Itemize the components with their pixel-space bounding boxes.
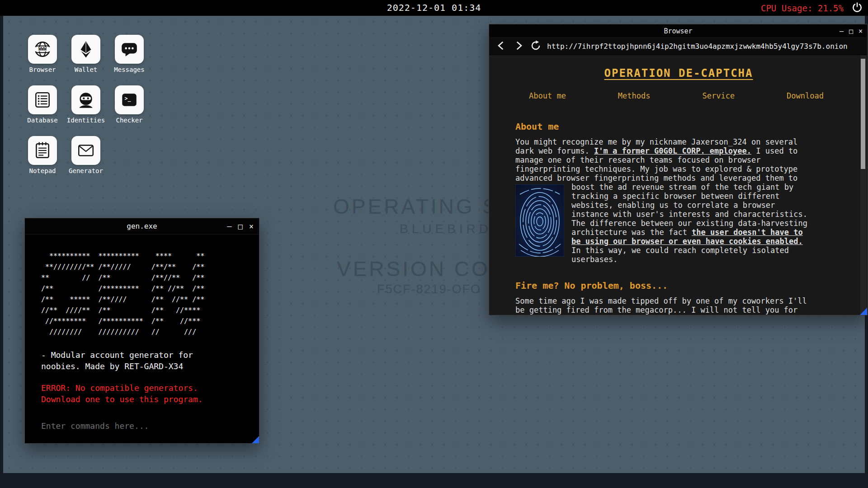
forward-button[interactable] <box>513 41 524 52</box>
window-title: Browser <box>489 24 867 38</box>
terminal-description: - Modular account generator for noobies.… <box>41 349 248 372</box>
desktop-icon-label: Checker <box>116 117 142 124</box>
desktop-icon-notepad[interactable]: Notepad <box>21 136 64 174</box>
about-me-paragraph-intro: You might recognize me by my nickname Ja… <box>515 137 808 183</box>
desktop-icon-messages[interactable]: Messages <box>108 35 151 73</box>
terminal-body: ********** ********** **** ** **////////… <box>25 235 259 443</box>
desktop-icon-generator[interactable]: Generator <box>64 136 108 174</box>
url-bar[interactable]: http://7ihrpf2ttopjhpnn6j4ip2hgitm3uo4ap… <box>547 42 861 51</box>
window-controls: – □ × <box>840 24 863 38</box>
scrollbar-thumb[interactable] <box>861 59 865 169</box>
top-bar: 2022-12-01 01:34 CPU Usage: 21.5% <box>0 0 868 16</box>
nav-link-methods[interactable]: Methods <box>618 91 651 100</box>
fingerprint-image <box>515 184 564 257</box>
globe-www-icon: WWW <box>28 35 57 64</box>
ascii-art-gen-logo: ********** ********** **** ** **////////… <box>41 251 248 338</box>
resize-handle[interactable] <box>860 308 867 315</box>
page-content: OPERATION DE-CAPTCHA About me Methods Se… <box>489 55 867 315</box>
window-title: gen.exe <box>25 218 259 235</box>
cpu-usage: CPU Usage: 21.5% <box>761 3 844 13</box>
minimize-button[interactable]: – <box>840 27 844 35</box>
nav-link-service[interactable]: Service <box>702 91 735 100</box>
desktop-icon-label: Identities <box>67 117 105 124</box>
notepad-icon <box>28 136 57 165</box>
desktop-icon-label: Notepad <box>29 167 56 174</box>
top-bar-right: CPU Usage: 21.5% <box>761 0 863 16</box>
about-me-paragraph-body: boost the ad revenue stream of the tech … <box>515 183 808 264</box>
refresh-button[interactable] <box>530 41 542 52</box>
desktop-icon-label: Wallet <box>75 66 98 73</box>
close-button[interactable]: × <box>249 222 254 231</box>
command-input[interactable]: Enter commands here... <box>41 421 248 431</box>
list-document-icon <box>28 85 57 114</box>
watermark-os-codename: BLUEBIRD <box>400 222 492 236</box>
nav-link-download[interactable]: Download <box>787 91 824 100</box>
browser-titlebar[interactable]: Browser – □ × <box>489 24 867 38</box>
desktop-icon-checker[interactable]: >_ Checker <box>108 85 151 124</box>
browser-window: Browser – □ × http://7ihrpf2tto <box>489 24 868 315</box>
power-icon <box>852 2 863 14</box>
watermark-version-code: F5CF-8219-OFO <box>377 282 481 296</box>
page-title: OPERATION DE-CAPTCHA <box>515 67 842 80</box>
svg-text:>_: >_ <box>125 95 131 102</box>
close-button[interactable]: × <box>859 27 863 35</box>
power-button[interactable] <box>851 2 863 14</box>
desktop-icon-database[interactable]: Database <box>21 85 64 124</box>
desktop-icon-label: Messages <box>114 66 144 73</box>
fire-me-paragraph: Some time ago I was made tipped off by o… <box>515 296 808 315</box>
desktop-icon-label: Database <box>27 117 57 124</box>
scrollbar-track[interactable] <box>860 55 866 314</box>
nav-link-about-me[interactable]: About me <box>529 91 566 100</box>
envelope-icon <box>71 136 100 165</box>
back-button[interactable] <box>495 41 507 52</box>
ethereum-diamond-icon <box>71 35 100 64</box>
chat-bubble-icon <box>115 35 144 64</box>
chevron-left-icon <box>496 40 507 52</box>
resize-handle[interactable] <box>252 436 259 443</box>
desktop-icon-wallet[interactable]: Wallet <box>64 35 108 73</box>
desktop-icon-identities[interactable]: Identities <box>64 85 108 124</box>
maximize-button[interactable]: □ <box>238 222 243 231</box>
about-me-heading: About me <box>515 121 842 132</box>
browser-navbar: http://7ihrpf2ttopjhpnn6j4ip2hgitm3uo4ap… <box>489 38 867 55</box>
watermark-os-name: OPERATING SY <box>333 194 515 219</box>
terminal-prompt-icon: >_ <box>115 85 144 114</box>
desktop-icon-label: Generator <box>69 167 103 174</box>
desktop-icon-browser[interactable]: WWW Browser <box>21 35 64 73</box>
refresh-icon <box>530 40 541 52</box>
maximize-button[interactable]: □ <box>849 27 853 35</box>
desktop-icon-grid: WWW Browser Wallet <box>21 35 151 174</box>
terminal-error-message: ERROR: No compatible generators. Downloa… <box>41 382 248 405</box>
page-nav: About me Methods Service Download <box>529 91 824 100</box>
window-controls: – □ × <box>227 218 254 234</box>
chevron-right-icon <box>513 40 524 52</box>
fire-me-heading: Fire me? No problem, boss... <box>515 280 842 291</box>
desktop-icon-label: Browser <box>29 66 56 73</box>
gen-exe-titlebar[interactable]: gen.exe – □ × <box>25 218 259 235</box>
minimize-button[interactable]: – <box>227 222 231 231</box>
gen-exe-window: gen.exe – □ × ********** ********** ****… <box>24 218 259 444</box>
svg-text:WWW: WWW <box>38 47 47 52</box>
clock: 2022-12-01 01:34 <box>387 0 481 16</box>
anonymous-face-icon <box>71 85 100 114</box>
